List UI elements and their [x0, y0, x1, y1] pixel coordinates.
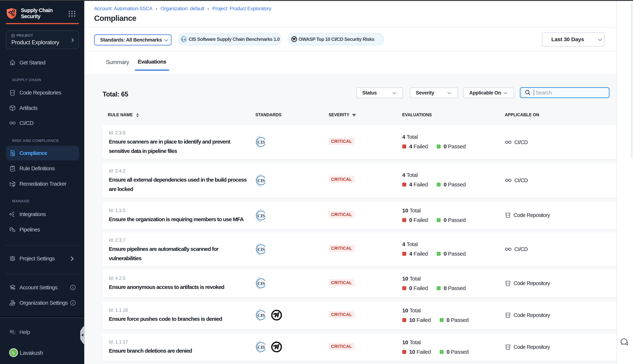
svg-text:CIS: CIS — [258, 247, 265, 252]
svg-text:CIS: CIS — [258, 281, 265, 286]
svg-text:?: ? — [11, 330, 13, 333]
svg-text:CIS: CIS — [258, 313, 265, 318]
svg-text:CIS: CIS — [258, 178, 265, 183]
svg-text:CIS: CIS — [182, 38, 186, 41]
svg-text:CIS: CIS — [258, 213, 265, 218]
svg-text:CIS: CIS — [258, 140, 265, 145]
svg-text:CIS: CIS — [258, 345, 265, 350]
